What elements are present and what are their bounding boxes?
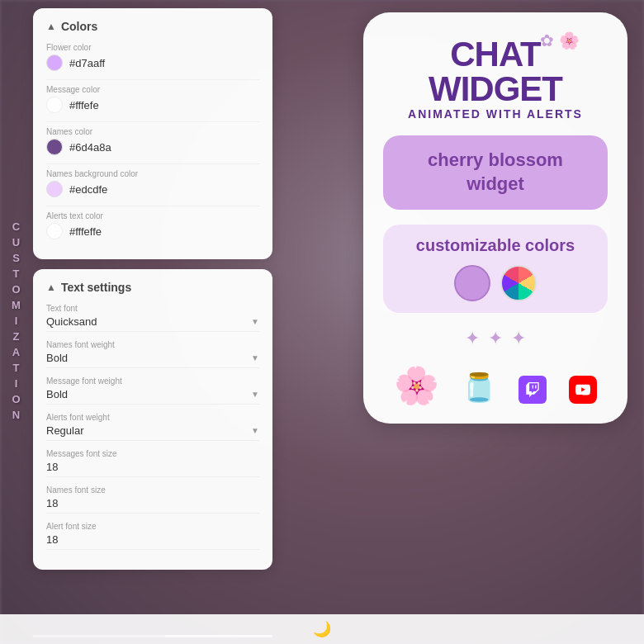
right-panel: ✿ 🌸 CHAT WIDGET ANIMATED WITH ALERTS che…: [363, 12, 627, 424]
text-font-label: Text font: [46, 304, 259, 313]
alert-font-size-label: Alert font size: [46, 522, 259, 531]
divider-4: [46, 206, 259, 206]
names-font-size-row: 18: [46, 497, 259, 514]
divider-3: [46, 163, 259, 164]
cauldron-icon: 🫙: [462, 371, 496, 404]
customizable-colors-text: customizable colors: [400, 236, 591, 255]
alert-font-size-row: 18: [46, 533, 259, 550]
names-bg-color-row[interactable]: #edcdfe: [46, 181, 259, 197]
alerts-color-value: #fffeffe: [69, 225, 102, 238]
message-color-row[interactable]: #fffefe: [46, 97, 259, 113]
names-bg-color-swatch: [46, 181, 63, 197]
star-3-icon: ✦: [511, 328, 526, 349]
alerts-color-label: Alerts text color: [46, 211, 259, 220]
message-font-weight-field: Message font weight Bold ▼: [46, 376, 259, 405]
purple-circle[interactable]: [454, 265, 490, 301]
names-color-value: #6d4a8a: [69, 141, 111, 154]
names-font-size-label: Names font size: [46, 485, 259, 495]
colors-collapse-icon[interactable]: ▲: [46, 21, 56, 32]
bottom-bar: 🌙: [0, 614, 644, 644]
message-font-weight-arrow: ▼: [251, 390, 259, 399]
alerts-font-weight-arrow: ▼: [251, 426, 259, 435]
flower-decoration-icon: ✿ 🌸: [540, 31, 580, 50]
names-font-weight-select[interactable]: Bold ▼: [46, 352, 259, 368]
message-color-value: #fffefe: [69, 99, 99, 111]
names-font-weight-value: Bold: [46, 352, 68, 364]
names-color-row[interactable]: #6d4a8a: [46, 139, 259, 155]
colors-card-title: Colors: [61, 20, 97, 33]
divider-1: [46, 79, 259, 80]
names-color-label: Names color: [46, 127, 259, 136]
message-font-weight-value: Bold: [46, 388, 68, 400]
names-font-weight-label: Names font weight: [46, 340, 259, 349]
vertical-customization-label: CUSTOMIZATION: [10, 220, 22, 424]
alerts-font-weight-value: Regular: [46, 424, 84, 437]
star-2-icon: ✦: [488, 328, 503, 349]
names-font-size-value: 18: [46, 497, 58, 509]
text-font-value: Quicksand: [46, 315, 97, 328]
message-color-field: Message color #fffefe: [46, 85, 259, 113]
bottom-icons-row: 🌸 🫙: [383, 364, 608, 404]
messages-font-size-value: 18: [46, 461, 58, 473]
alerts-color-field: Alerts text color #fffeffe: [46, 211, 259, 239]
alert-font-size-field: Alert font size 18: [46, 522, 259, 550]
text-font-field: Text font Quicksand ▼: [46, 304, 259, 332]
colors-card-header: ▲ Colors: [46, 20, 259, 33]
message-color-label: Message color: [46, 85, 259, 94]
alerts-color-swatch: [46, 223, 63, 239]
cherry-blossom-box: cherry blossom widget: [383, 135, 608, 209]
left-panel: ▲ Colors Flower color #d7aaff Message co…: [33, 8, 272, 570]
alert-font-size-value: 18: [46, 533, 58, 546]
cherry-blossom-text: cherry blossom widget: [406, 149, 585, 196]
youtube-icon[interactable]: [569, 376, 597, 404]
divider-2: [46, 121, 259, 122]
rainbow-circle[interactable]: [500, 265, 537, 301]
text-settings-header: ▲ Text settings: [46, 281, 259, 294]
message-font-weight-select[interactable]: Bold ▼: [46, 388, 259, 405]
text-settings-title: Text settings: [61, 281, 131, 294]
colors-card: ▲ Colors Flower color #d7aaff Message co…: [33, 8, 272, 259]
customizable-colors-box: customizable colors: [383, 225, 608, 313]
message-color-swatch: [46, 97, 63, 113]
alerts-font-weight-select[interactable]: Regular ▼: [46, 424, 259, 441]
messages-font-size-row: 18: [46, 461, 259, 477]
names-bg-color-field: Names background color #edcdfe: [46, 169, 259, 197]
names-bg-color-value: #edcdfe: [69, 183, 107, 196]
alerts-font-weight-label: Alerts font weight: [46, 413, 259, 422]
bottom-bar-moon-icon: 🌙: [313, 620, 331, 638]
names-color-swatch: [46, 139, 63, 155]
messages-font-size-label: Messages font size: [46, 449, 259, 458]
star-row: ✦ ✦ ✦: [465, 328, 526, 349]
chat-subtitle: ANIMATED WITH ALERTS: [408, 108, 583, 121]
alerts-color-row[interactable]: #fffeffe: [46, 223, 259, 239]
text-font-select[interactable]: Quicksand ▼: [46, 315, 259, 332]
chat-title-line2: WIDGET: [408, 72, 583, 107]
alerts-font-weight-field: Alerts font weight Regular ▼: [46, 413, 259, 441]
flower-color-field: Flower color #d7aaff: [46, 43, 259, 71]
flower-color-swatch: [46, 54, 63, 71]
flower-color-value: #d7aaff: [69, 57, 105, 69]
twitch-icon[interactable]: [519, 376, 547, 404]
text-font-arrow: ▼: [251, 317, 259, 326]
names-bg-color-label: Names background color: [46, 169, 259, 178]
names-font-size-field: Names font size 18: [46, 485, 259, 514]
names-color-field: Names color #6d4a8a: [46, 127, 259, 155]
star-1-icon: ✦: [465, 328, 480, 349]
messages-font-size-field: Messages font size 18: [46, 449, 259, 477]
text-settings-collapse-icon[interactable]: ▲: [46, 282, 56, 293]
flower-color-label: Flower color: [46, 43, 259, 52]
flower-color-row[interactable]: #d7aaff: [46, 54, 259, 71]
names-font-weight-arrow: ▼: [251, 353, 259, 362]
cherry-flower-icon: 🌸: [394, 367, 439, 404]
color-circles-row: [400, 265, 591, 301]
message-font-weight-label: Message font weight: [46, 376, 259, 386]
text-settings-card: ▲ Text settings Text font Quicksand ▼ Na…: [33, 269, 272, 570]
names-font-weight-field: Names font weight Bold ▼: [46, 340, 259, 368]
